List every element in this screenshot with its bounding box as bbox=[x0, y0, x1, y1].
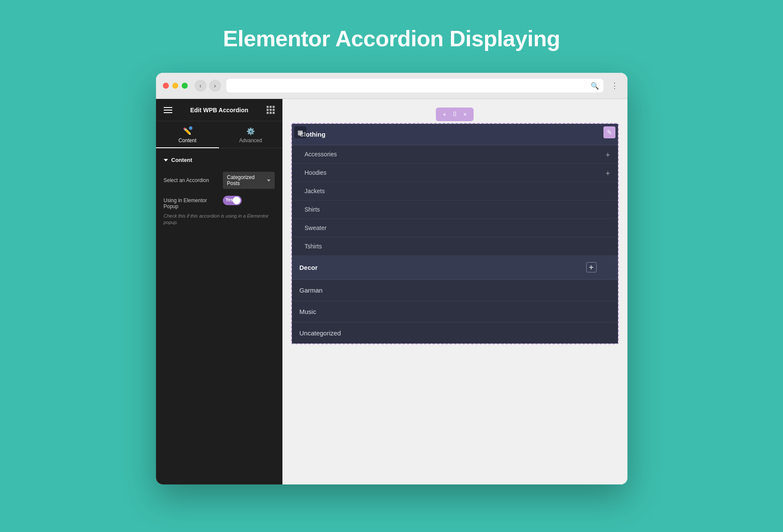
accordion-sub-tshirts[interactable]: Tshirts bbox=[292, 237, 618, 255]
toggle-label: Using in Elementor Popup bbox=[164, 196, 219, 209]
tab-advanced[interactable]: ⚙️ Advanced bbox=[219, 121, 282, 148]
accordion-container: ▦ ✎ Clothing Accessories + Hoodies bbox=[291, 123, 619, 344]
blue-dot-indicator bbox=[189, 126, 192, 130]
elementor-popup-toggle[interactable]: Yes bbox=[223, 196, 242, 205]
sub-expand-icon: + bbox=[606, 169, 610, 178]
advanced-tab-label: Advanced bbox=[239, 137, 262, 143]
sub-item-label: Jackets bbox=[305, 188, 325, 194]
accordion-select-row: Select an Accordion Categorized Posts bbox=[164, 172, 275, 189]
sub-item-label: Sweater bbox=[305, 224, 327, 231]
panel-title: Edit WPB Accordion bbox=[190, 107, 249, 114]
accordion-item-music[interactable]: Music bbox=[292, 301, 618, 323]
address-bar[interactable]: 🔍 bbox=[226, 79, 603, 93]
advanced-tab-icon: ⚙️ bbox=[246, 127, 255, 135]
content-tab-label: Content bbox=[178, 137, 196, 143]
elementor-popup-toggle-row: Using in Elementor Popup Yes bbox=[164, 196, 275, 209]
sub-expand-icon: + bbox=[606, 151, 610, 160]
accordion-item-garman[interactable]: Garman bbox=[292, 280, 618, 301]
item-label: Garman bbox=[300, 287, 323, 294]
accordion-edit-button[interactable]: ✎ bbox=[603, 126, 615, 138]
accordion-sub-accessories[interactable]: Accessories + bbox=[292, 145, 618, 164]
browser-chrome: ‹ › 🔍 ⋮ bbox=[156, 73, 627, 99]
sub-item-label: Hoodies bbox=[305, 169, 327, 176]
dot-yellow[interactable] bbox=[172, 83, 178, 89]
toolbar-close-button[interactable]: × bbox=[461, 110, 469, 119]
toggle-yes-label: Yes bbox=[226, 197, 233, 202]
panel-header: Edit WPB Accordion bbox=[156, 99, 282, 121]
accordion-sub-sweater[interactable]: Sweater bbox=[292, 219, 618, 237]
decor-expand-icon: + bbox=[586, 262, 597, 272]
accordion-item-uncategorized[interactable]: Uncategorized bbox=[292, 323, 618, 344]
accordion-header-clothing[interactable]: Clothing bbox=[292, 124, 618, 145]
browser-nav: ‹ › bbox=[195, 80, 221, 92]
back-button[interactable]: ‹ bbox=[195, 80, 207, 92]
accordion-section-clothing: Clothing Accessories + Hoodies + Jackets bbox=[292, 124, 618, 255]
accordion-body-clothing: Accessories + Hoodies + Jackets Shirts bbox=[292, 145, 618, 255]
item-label: Uncategorized bbox=[300, 329, 341, 337]
dot-green[interactable] bbox=[182, 83, 188, 89]
panel-body: Content Select an Accordion Categorized … bbox=[156, 148, 282, 484]
accordion-header-decor[interactable]: Decor + bbox=[292, 255, 618, 280]
toggle-knob bbox=[233, 197, 240, 204]
accordion-select[interactable]: Categorized Posts bbox=[223, 172, 275, 189]
content-section-title[interactable]: Content bbox=[164, 157, 275, 163]
accordion-title-decor: Decor bbox=[300, 264, 318, 271]
toolbar-add-button[interactable]: + bbox=[440, 110, 449, 119]
item-label: Music bbox=[300, 308, 316, 315]
browser-window: ‹ › 🔍 ⋮ Edit WPB Accordion bbox=[156, 73, 627, 484]
toolbar-grid-button[interactable]: ⠿ bbox=[450, 110, 459, 119]
page-title: Elementor Accordion Displaying bbox=[223, 26, 560, 51]
widget-toolbar: + ⠿ × bbox=[436, 108, 474, 121]
tab-content[interactable]: ✏️ Content bbox=[156, 121, 219, 148]
accordion-sub-hoodies[interactable]: Hoodies + bbox=[292, 164, 618, 182]
panel-tabs: ✏️ Content ⚙️ Advanced bbox=[156, 121, 282, 148]
grid-icon[interactable] bbox=[267, 106, 275, 114]
sub-item-label: Shirts bbox=[305, 206, 320, 213]
select-arrow-icon bbox=[267, 179, 270, 182]
dot-red[interactable] bbox=[163, 83, 169, 89]
browser-dots bbox=[163, 83, 188, 89]
sub-item-label: Accessories bbox=[305, 151, 337, 158]
select-value: Categorized Posts bbox=[227, 174, 264, 186]
helper-text: Check this if this accordion is using in… bbox=[164, 213, 275, 226]
section-label: Content bbox=[171, 157, 192, 163]
browser-content: Edit WPB Accordion ✏️ Content ⚙️ Advance… bbox=[156, 99, 627, 484]
forward-button[interactable]: › bbox=[209, 80, 221, 92]
sub-item-label: Tshirts bbox=[305, 243, 322, 250]
elementor-panel: Edit WPB Accordion ✏️ Content ⚙️ Advance… bbox=[156, 99, 282, 484]
accordion-sub-shirts[interactable]: Shirts bbox=[292, 200, 618, 219]
search-icon: 🔍 bbox=[591, 82, 599, 90]
browser-menu-icon[interactable]: ⋮ bbox=[609, 80, 621, 92]
section-collapse-arrow bbox=[164, 159, 168, 161]
select-accordion-label: Select an Accordion bbox=[164, 177, 219, 183]
canvas-area: + ⠿ × ▦ ✎ Clothing Accessories + bbox=[282, 99, 627, 484]
accordion-layout-button[interactable]: ▦ bbox=[294, 126, 306, 138]
hamburger-icon[interactable] bbox=[164, 107, 172, 113]
accordion-sub-jackets[interactable]: Jackets bbox=[292, 182, 618, 200]
